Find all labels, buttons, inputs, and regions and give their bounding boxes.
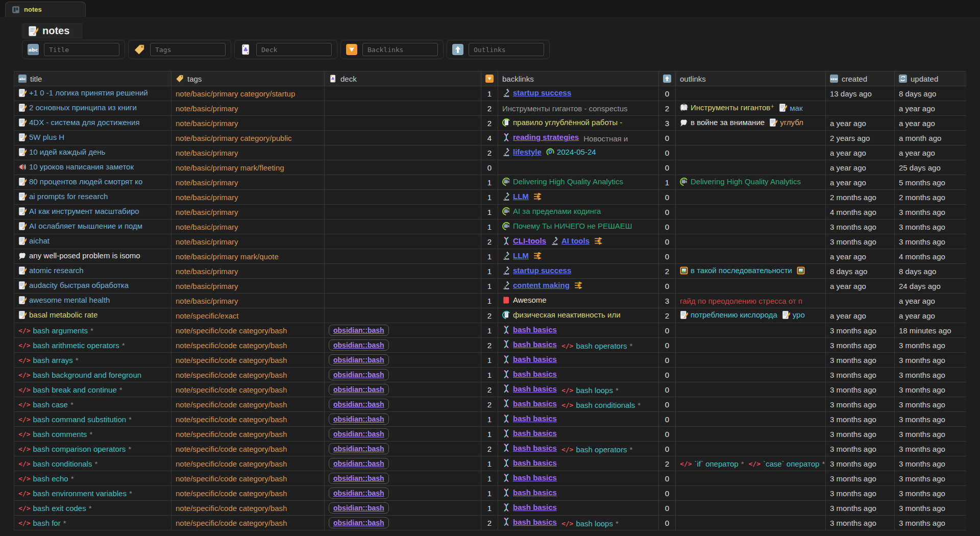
table-row[interactable]: 10 уроков написания заметокnote/basic/pr… bbox=[14, 160, 967, 175]
deck-link[interactable]: obsidian::bash bbox=[329, 517, 389, 528]
note-title-link[interactable]: aichat bbox=[18, 236, 50, 245]
table-row[interactable]: </>bash exit codes*note/specific/code ca… bbox=[14, 501, 967, 516]
note-title-link[interactable]: </>bash arrays* bbox=[18, 356, 79, 364]
deck-link[interactable]: obsidian::bash bbox=[329, 369, 389, 380]
table-row[interactable]: basal metabolic ratenote/specific/exact2… bbox=[14, 308, 967, 323]
note-title-link[interactable]: awesome mental health bbox=[18, 296, 110, 304]
table-row[interactable]: aichatnote/basic/primary2CLI-toolsAI too… bbox=[14, 234, 967, 249]
note-title-link[interactable]: 10 уроков написания заметок bbox=[18, 162, 134, 171]
col-backlink-count[interactable] bbox=[481, 71, 498, 86]
deck-link[interactable]: obsidian::bash bbox=[329, 354, 389, 366]
deck-link[interactable]: obsidian::bash bbox=[329, 413, 389, 425]
deck-link[interactable]: obsidian::bash bbox=[329, 428, 389, 440]
note-title-link[interactable]: 10 идей каждый день bbox=[18, 148, 105, 156]
note-title-link[interactable]: ai prompts for research bbox=[18, 192, 108, 201]
note-link[interactable]: startup success bbox=[502, 266, 571, 275]
col-backlinks[interactable]: backlinks bbox=[498, 71, 659, 86]
note-link[interactable]: bash basics bbox=[502, 429, 557, 437]
deck-filter-input[interactable] bbox=[256, 43, 332, 56]
note-link[interactable]: content making bbox=[502, 281, 570, 289]
note-link[interactable]: bash basics bbox=[502, 414, 557, 423]
col-tags[interactable]: tags bbox=[172, 71, 325, 86]
col-outlinks[interactable]: outlinks bbox=[676, 71, 826, 86]
table-row[interactable]: </>bash background and foregrounnote/spe… bbox=[14, 368, 967, 382]
note-link[interactable]: startup success bbox=[502, 88, 571, 97]
note-link[interactable]: bash basics bbox=[502, 355, 557, 363]
note-link[interactable]: bash basics bbox=[502, 503, 557, 511]
table-row[interactable]: AI ослабляет мышление и подмnote/basic/p… bbox=[14, 220, 967, 234]
note-title-link[interactable]: 80 процентов людей смотрят ко bbox=[18, 177, 142, 186]
note-title-link[interactable]: 5W plus H bbox=[18, 133, 64, 141]
note-title-link[interactable]: </>bash comparison operators* bbox=[18, 445, 131, 453]
note-title-link[interactable]: AI ослабляет мышление и подм bbox=[18, 222, 142, 230]
deck-link[interactable]: obsidian::bash bbox=[329, 339, 389, 351]
table-row[interactable]: </>bash environment variables*note/speci… bbox=[14, 486, 967, 501]
table-row[interactable]: </>bash arithmetic operators*note/specif… bbox=[14, 338, 967, 353]
col-created[interactable]: created bbox=[826, 71, 895, 86]
note-title-link[interactable]: </>bash arithmetic operators* bbox=[18, 341, 125, 350]
note-link[interactable]: bash basics bbox=[502, 473, 557, 482]
note-title-link[interactable]: 4DX - система для достижения bbox=[18, 118, 140, 127]
note-link[interactable]: lifestyle bbox=[502, 148, 542, 156]
note-link[interactable]: bash basics bbox=[502, 340, 557, 349]
note-link[interactable]: bash basics bbox=[502, 488, 557, 497]
deck-link[interactable]: obsidian::bash bbox=[329, 399, 389, 410]
deck-link[interactable]: obsidian::bash bbox=[329, 443, 389, 454]
deck-link[interactable]: obsidian::bash bbox=[329, 502, 389, 514]
table-row[interactable]: </>bash echo*note/specific/code category… bbox=[14, 471, 967, 486]
table-row[interactable]: </>bash conditionals*note/specific/code … bbox=[14, 456, 967, 471]
table-row[interactable]: </>bash arrays*note/specific/code catego… bbox=[14, 353, 967, 368]
note-title-link[interactable]: </>bash echo* bbox=[18, 474, 74, 483]
note-title-link[interactable]: </>bash case* bbox=[18, 400, 74, 409]
note-link[interactable]: reading strategies bbox=[502, 133, 579, 141]
table-row[interactable]: 2 основных принципа из книгиnote/basic/p… bbox=[14, 101, 967, 116]
note-link[interactable]: bash basics bbox=[502, 518, 557, 526]
note-title-link[interactable]: audacity быстрая обработка bbox=[18, 281, 129, 289]
note-title-link[interactable]: </>bash conditionals* bbox=[18, 459, 97, 468]
table-row[interactable]: 4DX - система для достиженияnote/basic/p… bbox=[14, 116, 967, 131]
table-row[interactable]: </>bash command substitution*note/specif… bbox=[14, 412, 967, 427]
note-link[interactable]: bash basics bbox=[502, 325, 557, 334]
deck-link[interactable]: obsidian::bash bbox=[329, 488, 389, 499]
table-row[interactable]: AI как инструмент масштабироnote/basic/p… bbox=[14, 205, 967, 220]
note-title-link[interactable]: </>bash arguments* bbox=[18, 326, 93, 335]
note-link[interactable]: AI tools bbox=[551, 236, 590, 245]
table-row[interactable]: </>bash case*note/specific/code category… bbox=[14, 397, 967, 412]
note-link[interactable]: bash basics bbox=[502, 458, 557, 467]
col-updated[interactable]: updated bbox=[895, 71, 967, 86]
note-link[interactable]: bash basics bbox=[502, 399, 557, 408]
note-title-link[interactable]: </>bash background and foregroun bbox=[18, 371, 141, 379]
table-row[interactable]: any well-posed problem is isomonote/basi… bbox=[14, 249, 967, 264]
table-row[interactable]: 10 идей каждый деньnote/basic/primary2li… bbox=[14, 145, 967, 160]
table-row[interactable]: </>bash for*note/specific/code category/… bbox=[14, 516, 967, 530]
table-row[interactable]: +1 0 -1 логика принятия решенийnote/basi… bbox=[14, 86, 967, 101]
tab-notes[interactable]: notes bbox=[5, 2, 86, 17]
note-link[interactable]: LLM bbox=[502, 192, 529, 201]
deck-link[interactable]: obsidian::bash bbox=[329, 458, 389, 469]
note-title-link[interactable]: basal metabolic rate bbox=[18, 310, 97, 319]
table-row[interactable]: awesome mental healthnote/basic/primary1… bbox=[14, 294, 967, 308]
col-title[interactable]: title bbox=[14, 71, 172, 86]
title-filter-input[interactable] bbox=[44, 43, 119, 56]
note-title-link[interactable]: </>bash comments* bbox=[18, 430, 92, 438]
outlinks-filter-input[interactable] bbox=[469, 43, 544, 56]
deck-link[interactable]: obsidian::bash bbox=[329, 384, 389, 395]
deck-link[interactable]: obsidian::bash bbox=[329, 325, 389, 336]
deck-link[interactable]: obsidian::bash bbox=[329, 473, 389, 484]
note-title-link[interactable]: </>bash break and continue* bbox=[18, 385, 122, 394]
note-title-link[interactable]: </>bash for* bbox=[18, 519, 66, 527]
note-link[interactable]: LLM bbox=[502, 251, 529, 260]
table-row[interactable]: audacity быстрая обработкаnote/basic/pri… bbox=[14, 279, 967, 294]
tags-filter-input[interactable] bbox=[150, 43, 226, 56]
table-row[interactable]: 80 процентов людей смотрят коnote/basic/… bbox=[14, 175, 967, 190]
table-row[interactable]: </>bash break and continue*note/specific… bbox=[14, 382, 967, 397]
col-outlink-count[interactable] bbox=[659, 71, 676, 86]
note-title-link[interactable]: </>bash environment variables* bbox=[18, 489, 132, 498]
table-row[interactable]: </>bash comparison operators*note/specif… bbox=[14, 442, 967, 456]
backlinks-filter-input[interactable] bbox=[362, 43, 438, 56]
table-row[interactable]: 5W plus Hnote/basic/primary category/pub… bbox=[14, 131, 967, 145]
note-title-link[interactable]: </>bash exit codes* bbox=[18, 504, 92, 513]
table-row[interactable]: atomic researchnote/basic/primary1startu… bbox=[14, 264, 967, 279]
note-title-link[interactable]: +1 0 -1 логика принятия решений bbox=[18, 88, 148, 97]
col-deck[interactable]: deck bbox=[325, 71, 481, 86]
